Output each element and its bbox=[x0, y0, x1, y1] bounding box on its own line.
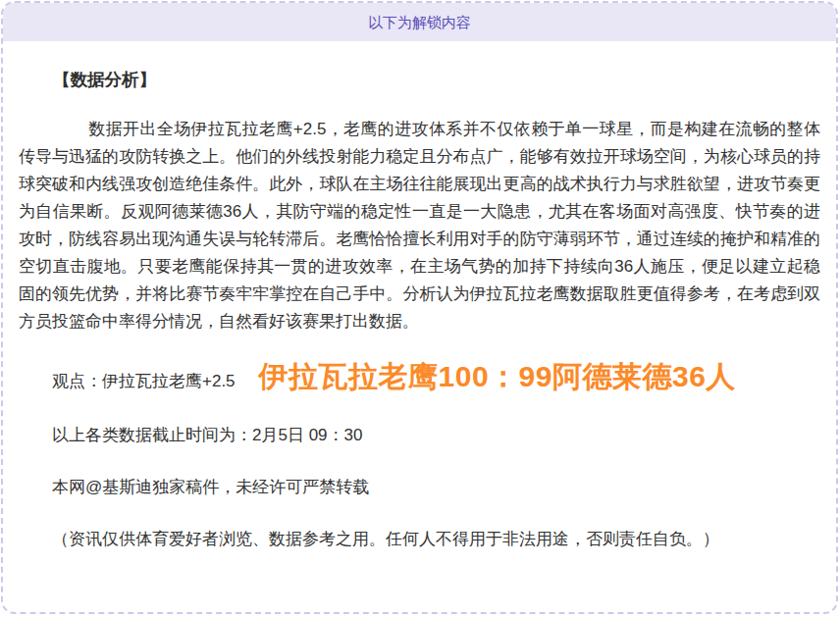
viewpoint-label: 观点：伊拉瓦拉老鹰+2.5 bbox=[52, 372, 236, 390]
score-prediction-highlight: 伊拉瓦拉老鹰100：99阿德莱德36人 bbox=[259, 360, 736, 392]
unlocked-content-page: 以下为解锁内容 【数据分析】 数据开出全场伊拉瓦拉老鹰+2.5，老鹰的进攻体系并… bbox=[0, 0, 840, 617]
copyright-notice: 本网@基斯迪独家稿件，未经许可严禁转载 bbox=[19, 474, 820, 501]
analysis-paragraph: 数据开出全场伊拉瓦拉老鹰+2.5，老鹰的进攻体系并不仅依赖于单一球星，而是构建在… bbox=[19, 116, 820, 335]
dashed-content-frame: 以下为解锁内容 【数据分析】 数据开出全场伊拉瓦拉老鹰+2.5，老鹰的进攻体系并… bbox=[1, 1, 838, 614]
disclaimer-line: （资讯仅供体育爱好者浏览、数据参考之用。任何人不得用于非法用途，否则责任自负。） bbox=[19, 526, 820, 553]
data-cutoff-line: 以上各类数据截止时间为：2月5日 09：30 bbox=[19, 422, 820, 449]
section-heading-data-analysis: 【数据分析】 bbox=[19, 68, 820, 91]
article-body: 【数据分析】 数据开出全场伊拉瓦拉老鹰+2.5，老鹰的进攻体系并不仅依赖于单一球… bbox=[3, 68, 836, 553]
unlock-banner: 以下为解锁内容 bbox=[3, 3, 836, 41]
viewpoint-row: 观点：伊拉瓦拉老鹰+2.5伊拉瓦拉老鹰100：99阿德莱德36人 bbox=[19, 357, 820, 397]
